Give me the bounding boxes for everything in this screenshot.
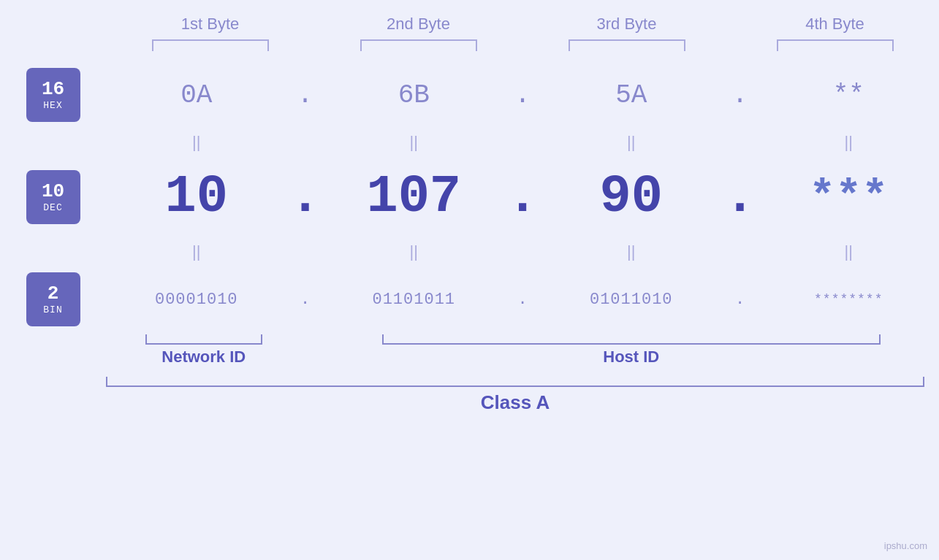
bracket-top-1 — [152, 39, 269, 51]
equals-1: || — [192, 133, 200, 152]
labels-column: 16 HEX 10 DEC 2 BIN — [0, 66, 106, 329]
equals2-4: || — [845, 242, 853, 261]
bin-dot-icon-3: . — [735, 291, 745, 309]
watermark: ipshu.com — [884, 540, 927, 551]
dec-value-3: 90 — [600, 167, 663, 227]
hex-value-3: 5A — [615, 80, 647, 110]
equals-4: || — [845, 133, 853, 152]
hex-dot-icon-1: . — [297, 80, 313, 110]
equals2-1: || — [192, 242, 200, 261]
host-id-label: Host ID — [338, 348, 925, 367]
dec-dot-2: . — [504, 167, 541, 227]
class-section: Class A — [0, 377, 939, 414]
host-bracket — [382, 334, 881, 345]
network-bracket-wrap — [106, 334, 302, 345]
bin-badge-label: BIN — [43, 304, 62, 315]
bracket-cell-2 — [314, 39, 522, 51]
dec-cell-2: 107 — [324, 167, 505, 227]
network-host-labels-row: Network ID Host ID — [106, 348, 924, 367]
hex-badge-label: HEX — [43, 100, 62, 111]
class-label-container: Class A — [106, 391, 924, 414]
dec-cell-4: *** — [759, 172, 940, 222]
bracket-top-4 — [777, 39, 894, 51]
dec-dot-icon-2: . — [506, 167, 538, 227]
equals-3: || — [627, 133, 635, 152]
byte-header-3: 3rd Byte — [522, 15, 731, 34]
hex-dot-icon-2: . — [514, 80, 531, 110]
equals-row-2: || || || || — [106, 234, 939, 270]
bin-value-4: ******** — [814, 292, 883, 307]
dec-badge-label: DEC — [43, 202, 62, 213]
bracket-cell-3 — [522, 39, 731, 51]
hex-dot-2: . — [504, 80, 541, 110]
hex-value-4: ** — [833, 80, 864, 110]
bin-cell-4: ******** — [759, 292, 940, 307]
network-bracket — [145, 334, 262, 345]
dec-dot-3: . — [722, 167, 759, 227]
eq-cell-1: || — [106, 133, 287, 152]
bin-dot-3: . — [722, 291, 759, 309]
eq2-cell-4: || — [759, 242, 940, 261]
dec-badge: 10 DEC — [26, 170, 80, 224]
dec-row: 10 . 107 . 90 . *** — [106, 161, 939, 234]
dec-dot-1: . — [287, 167, 324, 227]
byte-headers-row: 1st Byte 2nd Byte 3rd Byte 4th Byte — [0, 15, 939, 34]
host-bracket-wrap — [338, 334, 925, 345]
dec-badge-row: 10 DEC — [26, 161, 80, 234]
bin-badge: 2 BIN — [26, 272, 80, 326]
bin-dot-icon-2: . — [517, 291, 527, 309]
equals2-2: || — [410, 242, 418, 261]
equals-row-1: || || || || — [106, 124, 939, 161]
hex-badge: 16 HEX — [26, 68, 80, 122]
bin-badge-number: 2 — [47, 283, 59, 304]
bin-value-3: 01011010 — [590, 291, 673, 309]
hex-value-1: 0A — [180, 80, 212, 110]
bin-value-2: 01101011 — [372, 291, 455, 309]
dec-badge-number: 10 — [42, 181, 64, 202]
bin-cell-2: 01101011 — [324, 291, 505, 309]
bracket-top-3 — [569, 39, 685, 51]
bin-dot-2: . — [504, 291, 541, 309]
bin-value-1: 00001010 — [155, 291, 238, 309]
bin-dot-1: . — [287, 291, 324, 309]
dec-dot-icon-1: . — [289, 167, 321, 227]
values-grid: 0A . 6B . 5A . ** — [106, 66, 939, 329]
hex-cell-3: 5A — [541, 80, 722, 110]
eq2-cell-3: || — [541, 242, 722, 261]
byte-header-4: 4th Byte — [731, 15, 939, 34]
eq2-cell-1: || — [106, 242, 287, 261]
hex-cell-1: 0A — [106, 80, 287, 110]
hex-badge-row: 16 HEX — [26, 66, 80, 124]
eq2-cell-2: || — [324, 242, 505, 261]
class-bracket — [106, 377, 924, 387]
bin-badge-row: 2 BIN — [26, 270, 80, 329]
bottom-labels-section: Network ID Host ID — [0, 334, 939, 367]
class-a-label: Class A — [481, 391, 550, 413]
bracket-cell-4 — [731, 39, 939, 51]
equals-2: || — [410, 133, 418, 152]
main-content: 16 HEX 10 DEC 2 BIN — [0, 66, 939, 329]
bin-dot-icon-1: . — [300, 291, 310, 309]
bin-row: 00001010 . 01101011 . 01011010 . — [106, 270, 939, 329]
byte-header-1: 1st Byte — [106, 15, 314, 34]
hex-cell-2: 6B — [324, 80, 505, 110]
top-brackets-row — [0, 39, 939, 51]
hex-dot-3: . — [722, 80, 759, 110]
bracket-top-2 — [360, 39, 477, 51]
hex-dot-icon-3: . — [732, 80, 748, 110]
dec-value-2: 107 — [366, 167, 461, 227]
dec-cell-3: 90 — [541, 167, 722, 227]
hex-row: 0A . 6B . 5A . ** — [106, 66, 939, 124]
main-container: 1st Byte 2nd Byte 3rd Byte 4th Byte 16 H… — [0, 0, 939, 560]
dec-dot-icon-3: . — [724, 167, 756, 227]
hex-badge-number: 16 — [42, 79, 64, 100]
bin-cell-1: 00001010 — [106, 291, 287, 309]
dec-cell-1: 10 — [106, 167, 287, 227]
hex-dot-1: . — [287, 80, 324, 110]
equals2-3: || — [627, 242, 635, 261]
network-id-label: Network ID — [106, 348, 302, 367]
bin-cell-3: 01011010 — [541, 291, 722, 309]
hex-value-2: 6B — [398, 80, 430, 110]
bottom-brackets-row — [106, 334, 924, 345]
dec-value-4: *** — [809, 172, 888, 222]
